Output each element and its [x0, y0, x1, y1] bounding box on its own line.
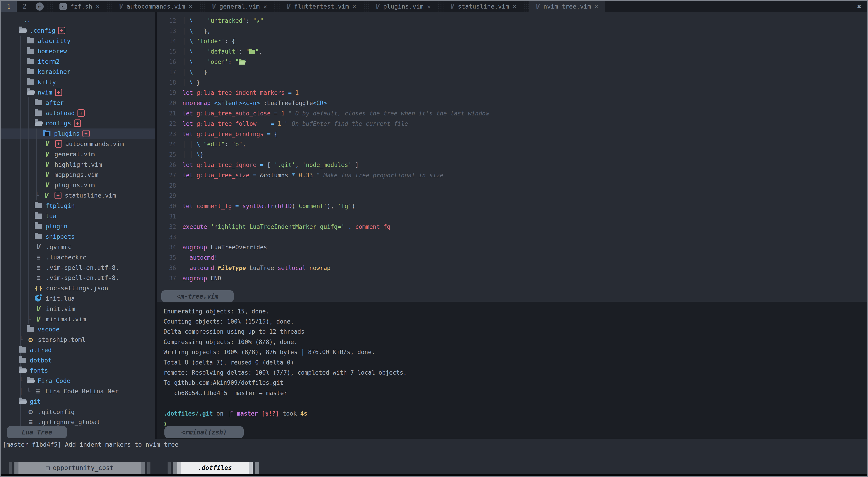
tree-item-vscode[interactable]: vscode: [1, 324, 155, 335]
tree-item-kitty[interactable]: kitty: [1, 77, 155, 87]
tree-item-nvim[interactable]: nvim+: [1, 87, 155, 98]
tree-item-init.lua[interactable]: init.lua: [1, 294, 155, 304]
code-token: :: [228, 59, 235, 65]
vim-icon: V: [212, 2, 216, 10]
tab-close-icon[interactable]: ×: [513, 3, 516, 10]
code-token: │: [182, 48, 189, 55]
tree-item-homebrew[interactable]: homebrew: [1, 46, 155, 56]
tree-item-init.vim[interactable]: Vinit.vim: [1, 304, 155, 314]
tree-item-dotbot[interactable]: dotbot: [1, 355, 155, 365]
tree-item-iterm2[interactable]: iterm2: [1, 56, 155, 67]
tree-item-.config[interactable]: .config+: [1, 26, 155, 36]
tree-item-fonts[interactable]: fonts: [1, 365, 155, 376]
tmux-window-number-1[interactable]: 1: [1, 1, 17, 12]
tree-item-plugins[interactable]: plugins+: [1, 129, 155, 139]
tab-fzf.sh[interactable]: >_fzf.sh×: [53, 1, 106, 12]
tree-item-..[interactable]: ..: [1, 15, 155, 26]
tab-plugins.vim[interactable]: Vplugins.vim×: [369, 1, 438, 12]
code-folder-glyph-icon: [249, 50, 255, 54]
textfile-icon: ≡: [34, 387, 42, 395]
code-token: ": [235, 59, 239, 65]
tree-item-mappings.vim[interactable]: Vmappings.vim: [1, 170, 155, 180]
tree-item-plugin[interactable]: plugin: [1, 221, 155, 232]
tree-item-label: snippets: [45, 233, 75, 240]
tab-close-icon[interactable]: ×: [595, 3, 598, 10]
code-line: 15│ \ 'default': "",: [157, 46, 867, 57]
tree-item-autoload[interactable]: autoload+: [1, 108, 155, 118]
line-number: 20: [157, 100, 176, 106]
tree-item-starship.toml[interactable]: └ ⚙starship.toml: [1, 335, 155, 345]
code-text: │ │ \}: [182, 151, 204, 158]
code-line: 13│ \ },: [157, 26, 867, 36]
tree-item-label: Fira Code Retina Ner: [45, 388, 119, 395]
tree-item-general.vim[interactable]: Vgeneral.vim: [1, 149, 155, 159]
back-arrow-icon[interactable]: ←: [36, 2, 44, 10]
close-all-icon[interactable]: ✖: [857, 3, 861, 10]
tab-general.vim[interactable]: Vgeneral.vim×: [205, 1, 274, 12]
code-token: ,: [242, 141, 246, 147]
tree-item-highlight.vim[interactable]: Vhighlight.vim: [1, 159, 155, 170]
folder-icon: [27, 327, 34, 332]
prompt-token: 4s: [300, 410, 307, 417]
tree-item-label: autocommands.vim: [65, 140, 124, 147]
tree-item-autocommands.vim[interactable]: V+autocommands.vim: [1, 139, 155, 149]
prompt-cursor[interactable]: ❯: [163, 418, 867, 429]
tree-item-snippets[interactable]: snippets: [1, 232, 155, 242]
tree-item-plugins.vim[interactable]: Vplugins.vim: [1, 180, 155, 190]
powerline-gap: [253, 462, 255, 474]
code-text: let g:lua_tree_auto_close = 1 " 0 by def…: [182, 110, 489, 117]
tab-nvim-tree.vim[interactable]: Vnvim-tree.vim×: [529, 1, 605, 12]
code-token: 'node_modules': [302, 162, 351, 168]
code-token: 'Comment': [295, 203, 327, 209]
embedded-terminal-pane[interactable]: Enumerating objects: 15, done.Counting o…: [157, 302, 867, 439]
indent-guide: [28, 97, 29, 324]
tab-close-icon[interactable]: ×: [352, 3, 356, 10]
tab-close-icon[interactable]: ×: [263, 3, 267, 10]
code-token: augroup: [182, 275, 211, 282]
tree-item-lua[interactable]: lua: [1, 211, 155, 221]
tab-statusline.vim[interactable]: Vstatusline.vim×: [443, 1, 523, 12]
powerline-gap: [145, 462, 147, 474]
textfile-icon: ≡: [27, 418, 34, 426]
tree-item-.luacheckrc[interactable]: ≡.luacheckrc: [1, 252, 155, 262]
textfile-icon: ≡: [35, 274, 42, 282]
tab-autocommands.vim[interactable]: Vautocommands.vim×: [112, 1, 199, 12]
tree-item-minimal.vim[interactable]: └ Vminimal.vim: [1, 314, 155, 324]
tab-close-icon[interactable]: ×: [96, 3, 99, 10]
tree-item-git[interactable]: git: [1, 396, 155, 407]
code-token: 1: [278, 121, 281, 127]
tree-item-coc-settings.json[interactable]: {}coc-settings.json: [1, 283, 155, 294]
tab-label: plugins.vim: [383, 3, 424, 10]
tree-item-karabiner[interactable]: karabiner: [1, 67, 155, 77]
code-editor-pane[interactable]: 12│ \ 'untracked': "★"13│ \ },14│ \ 'fol…: [157, 12, 867, 302]
tmux-window-number-2[interactable]: 2: [17, 1, 32, 12]
tree-item-Fira Code[interactable]: └ Fira Code: [1, 376, 155, 386]
tree-item-alfred[interactable]: alfred: [1, 345, 155, 355]
code-token: &columns: [260, 172, 292, 179]
code-token: :LuaTreeToggle: [260, 100, 313, 106]
tree-item-.gitignore_global[interactable]: ≡.gitignore_global: [1, 417, 155, 427]
tree-item-.vim-spell-en.utf-8.[interactable]: ≡.vim-spell-en.utf-8.: [1, 273, 155, 283]
tab-close-icon[interactable]: ×: [427, 3, 431, 10]
code-text: augroup END: [182, 275, 221, 282]
code-token: }: [200, 151, 204, 158]
code-token: │: [182, 79, 189, 86]
tree-item-statusline.vim[interactable]: └ V+statusline.vim: [1, 190, 155, 201]
tree-item-after[interactable]: after: [1, 97, 155, 108]
code-token: \: [189, 28, 204, 34]
tab-close-icon[interactable]: ×: [189, 3, 192, 10]
tmux-window-opportunity-cost[interactable]: □ opportunity_cost: [9, 462, 150, 474]
vim-icon: V: [536, 2, 540, 10]
tree-item-alacritty[interactable]: alacritty: [1, 36, 155, 46]
tree-item-.vim-spell-en.utf-8.[interactable]: ≡.vim-spell-en.utf-8.: [1, 262, 155, 273]
code-text: autocmd FileType LuaTree setlocal nowrap: [182, 265, 331, 271]
tab-fluttertest.vim[interactable]: Vfluttertest.vim×: [279, 1, 363, 12]
tree-item-ftplugin[interactable]: ftplugin: [1, 201, 155, 211]
pane-separator[interactable]: [155, 12, 157, 439]
tree-item-.gvimrc[interactable]: V.gvimrc: [1, 242, 155, 252]
file-tree-panel[interactable]: ...config+alacrittyhomebrewiterm2karabin…: [1, 12, 155, 439]
tree-item-configs[interactable]: configs+: [1, 118, 155, 129]
tree-item-Fira Code Retina Ner[interactable]: │ └ ≡Fira Code Retina Ner: [1, 386, 155, 397]
tmux-window-dotfiles[interactable]: .dotfiles: [167, 462, 259, 474]
tree-item-.gitconfig[interactable]: ⚙.gitconfig: [1, 407, 155, 417]
